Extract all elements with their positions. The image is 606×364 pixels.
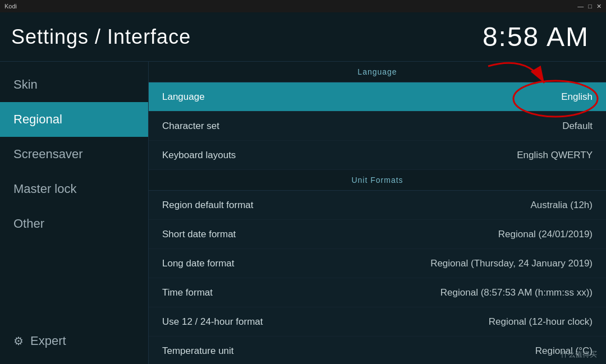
setting-label-region-default-format: Region default format (162, 200, 254, 211)
setting-value-region-default-format: Australia (12h) (530, 200, 593, 211)
gear-icon: ⚙ (13, 334, 24, 348)
setting-row-keyboard-layouts[interactable]: Keyboard layouts English QWERTY (149, 141, 606, 170)
sidebar-item-label: Other (13, 216, 44, 231)
setting-label-keyboard-layouts: Keyboard layouts (162, 150, 236, 161)
expert-label: Expert (30, 334, 66, 348)
content-area: Skin Regional Screensaver Master lock Ot… (0, 62, 606, 364)
setting-value-character-set: Default (562, 121, 593, 132)
sidebar-item-skin[interactable]: Skin (0, 67, 148, 102)
setting-value-short-date-format: Regional (24/01/2019) (498, 229, 593, 240)
titlebar-title: Kodi (4, 3, 17, 10)
setting-value-use-12-24-hour: Regional (12-hour clock) (489, 316, 593, 328)
language-section-header: Language (149, 62, 606, 82)
sidebar-item-label: Skin (13, 77, 38, 92)
sidebar-item-label: Master lock (13, 182, 76, 196)
setting-row-region-default-format[interactable]: Region default format Australia (12h) (149, 191, 606, 220)
watermark: 什么值得买 (561, 349, 597, 360)
clock: 8:58 AM (483, 21, 589, 52)
header: Settings / Interface 8:58 AM (0, 12, 606, 62)
setting-value-language: English (561, 91, 593, 103)
sidebar-item-label: Regional (13, 112, 62, 127)
sidebar-item-screensaver[interactable]: Screensaver (0, 137, 148, 172)
sidebar: Skin Regional Screensaver Master lock Ot… (0, 62, 149, 364)
titlebar-controls[interactable]: — □ ✕ (577, 3, 602, 10)
setting-row-use-12-24-hour[interactable]: Use 12 / 24-hour format Regional (12-hou… (149, 307, 606, 337)
app-container: Settings / Interface 8:58 AM Skin Region… (0, 12, 606, 364)
unit-formats-section-header: Unit Formats (149, 170, 606, 191)
setting-label-long-date-format: Long date format (162, 258, 235, 269)
setting-label-use-12-24-hour: Use 12 / 24-hour format (162, 316, 263, 328)
sidebar-item-label: Screensaver (13, 147, 83, 162)
setting-label-time-format: Time format (162, 287, 213, 298)
setting-row-long-date-format[interactable]: Long date format Regional (Thursday, 24 … (149, 249, 606, 278)
setting-label-language: Language (162, 91, 205, 103)
setting-value-keyboard-layouts: English QWERTY (517, 150, 593, 161)
titlebar: Kodi — □ ✕ (0, 0, 606, 12)
setting-label-character-set: Character set (162, 121, 219, 132)
sidebar-item-regional[interactable]: Regional (0, 102, 148, 137)
sidebar-item-expert[interactable]: ⚙ Expert (0, 324, 148, 358)
close-button[interactable]: ✕ (596, 3, 602, 10)
settings-panel: Language Language English Character set … (149, 62, 606, 364)
setting-row-language[interactable]: Language English (149, 82, 606, 112)
minimize-button[interactable]: — (577, 3, 584, 10)
maximize-button[interactable]: □ (588, 3, 592, 10)
sidebar-item-master-lock[interactable]: Master lock (0, 172, 148, 206)
setting-row-time-format[interactable]: Time format Regional (8:57:53 AM (h:mm:s… (149, 278, 606, 307)
setting-value-time-format: Regional (8:57:53 AM (h:mm:ss xx)) (440, 287, 593, 298)
setting-row-temperature-unit[interactable]: Temperature unit Regional (°C) (149, 337, 606, 364)
sidebar-item-other[interactable]: Other (0, 206, 148, 241)
setting-row-short-date-format[interactable]: Short date format Regional (24/01/2019) (149, 220, 606, 249)
setting-row-character-set[interactable]: Character set Default (149, 112, 606, 141)
setting-label-short-date-format: Short date format (162, 229, 236, 240)
setting-label-temperature-unit: Temperature unit (162, 345, 234, 357)
setting-value-long-date-format: Regional (Thursday, 24 January 2019) (430, 258, 593, 269)
page-title: Settings / Interface (11, 25, 191, 49)
